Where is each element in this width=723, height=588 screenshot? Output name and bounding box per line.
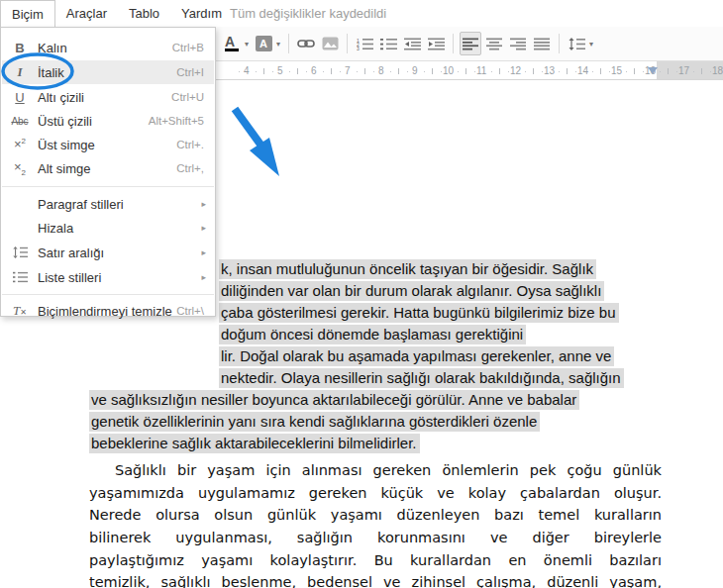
ruler-tick [668, 68, 669, 74]
ruler-tick [289, 71, 290, 72]
doc-line: bilinerek uygulanması, sağlığın korunmas… [89, 528, 662, 547]
ruler-tick [424, 71, 425, 72]
menu-item-italic[interactable]: I İtalik Ctrl+I [2, 60, 214, 84]
menu-item-subscript[interactable]: ×2 Alt simge Ctrl+, [2, 156, 214, 180]
svg-text:3: 3 [357, 46, 360, 50]
strikethrough-icon: Abc [2, 116, 38, 127]
menu-item-superscript[interactable]: ×2 Üst simge Ctrl+. [2, 133, 214, 156]
menubar: Biçim Araçlar Tablo Yardım Tüm değişikli… [0, 0, 723, 27]
ruler-tick [323, 71, 324, 72]
menu-tablo[interactable]: Tablo [118, 0, 170, 27]
ruler-tick [340, 71, 341, 72]
numbered-list-button[interactable]: 1 2 3 [354, 32, 375, 55]
text-color-dropdown-icon[interactable]: ▾ [245, 40, 249, 49]
bold-icon: B [2, 41, 38, 55]
ruler-tick [499, 68, 500, 74]
menu-item-underline[interactable]: U Altı çizili Ctrl+U [2, 85, 214, 109]
list-icon [2, 271, 38, 283]
highlight-color-dropdown-icon[interactable]: ▾ [276, 40, 280, 49]
ruler-tick [693, 71, 694, 72]
align-justify-button[interactable] [531, 32, 553, 55]
align-right-button[interactable] [507, 32, 529, 55]
menu-item-align[interactable]: Hizala ▸ [2, 216, 214, 240]
ruler-tick [508, 71, 509, 72]
menu-item-list-styles[interactable]: Liste stilleri ▸ [2, 265, 214, 289]
ruler-number: 10 [443, 65, 454, 76]
ruler-tick [390, 71, 391, 72]
menu-yardim[interactable]: Yardım [170, 0, 233, 27]
doc-line: lir. Doğal olarak bu aşamada yapılması g… [219, 346, 614, 366]
ruler-tick [567, 68, 568, 74]
highlight-color-button[interactable]: A [253, 32, 274, 55]
ruler-tick [272, 71, 273, 72]
image-icon [322, 37, 339, 50]
doc-line: bebeklerine sağlık aktarabileceklerini b… [89, 434, 420, 453]
ruler-number: 13 [544, 65, 555, 76]
menu-item-bold[interactable]: B Kalın Ctrl+B [2, 36, 214, 59]
ruler-number: 5 [277, 65, 283, 76]
ruler-tick [357, 71, 358, 72]
doc-line: temizlik, sağlıklı beslenme, bedensel ve… [89, 572, 662, 588]
ruler-tick [239, 71, 240, 72]
submenu-arrow-icon: ▸ [201, 199, 214, 209]
increase-indent-button[interactable] [425, 32, 447, 55]
insert-image-button[interactable] [319, 32, 341, 55]
ruler-number: 9 [412, 65, 418, 76]
ruler-tick [407, 71, 408, 72]
text-color-button[interactable]: A [221, 32, 243, 55]
ruler-tick [263, 68, 264, 74]
menu-bicim[interactable]: Biçim [0, 0, 55, 28]
subscript-icon: ×2 [2, 159, 38, 177]
ruler-tick [364, 68, 365, 74]
ruler-margin-marker[interactable] [648, 67, 658, 74]
ruler-tick [559, 71, 560, 72]
menu-item-strikethrough[interactable]: Abc Üstü çizili Alt+Shift+5 [2, 109, 214, 133]
save-status: Tüm değişiklikler kaydedildi [230, 0, 386, 27]
menu-item-clear-formatting[interactable]: T✕ Biçimlendirmeyi temizle Ctrl+\ [2, 299, 214, 323]
ruler-tick [600, 68, 601, 74]
align-justify-icon [534, 38, 550, 50]
ruler-tick [441, 71, 442, 72]
insert-link-button[interactable] [295, 32, 317, 55]
decrease-indent-button[interactable] [401, 32, 423, 55]
line-spacing-icon [2, 246, 38, 258]
ruler-tick [626, 71, 627, 72]
ruler-tick [660, 71, 661, 72]
align-center-button[interactable] [483, 32, 505, 55]
ruler-number: 8 [378, 65, 384, 76]
ruler-tick [575, 71, 576, 72]
bulleted-list-button[interactable] [377, 32, 399, 55]
link-icon [297, 39, 315, 49]
ruler-number: 11 [476, 65, 486, 76]
doc-line: çaba gösterilmesi gerekir. Hatta bugünkü… [219, 303, 619, 323]
ruler-number: 12 [510, 65, 521, 76]
ruler-tick [525, 71, 526, 72]
underline-icon: U [2, 90, 38, 105]
align-left-button[interactable] [460, 32, 481, 55]
menu-araclar[interactable]: Araçlar [55, 0, 118, 27]
ruler-number: 6 [311, 65, 317, 76]
doc-line: paylaştığımız yaşamı kolaylaştırır. Bu k… [89, 550, 662, 570]
doc-line: k, insan mutluluğunun öncelik taşıyan bi… [219, 259, 596, 279]
doc-line: nektedir. Olaya nesillerin sağlığı olara… [219, 368, 624, 388]
align-center-icon [486, 38, 502, 50]
ruler-tick [609, 71, 610, 72]
ruler-tick [542, 71, 543, 72]
menu-item-line-spacing[interactable]: Satır aralığı ▸ [2, 241, 214, 264]
superscript-icon: ×2 [2, 137, 38, 151]
menu-item-paragraph-styles[interactable]: Paragraf stilleri ▸ [2, 192, 214, 216]
clear-formatting-icon: T✕ [2, 303, 38, 319]
ruler-tick [297, 68, 298, 74]
submenu-arrow-icon: ▸ [201, 247, 214, 257]
submenu-arrow-icon: ▸ [201, 223, 214, 233]
doc-line: Nerede olursa olsun günlük yaşamı düzenl… [89, 505, 662, 525]
ruler-number: 14 [577, 65, 588, 76]
line-spacing-dropdown-icon[interactable]: ▾ [589, 40, 593, 49]
ruler-tick [643, 71, 644, 72]
align-right-icon [510, 38, 526, 50]
ruler-tick [306, 71, 307, 72]
increase-indent-icon [428, 38, 445, 50]
ruler-number: 15 [611, 65, 622, 76]
line-spacing-button[interactable] [566, 32, 587, 55]
ruler-number: 18 [712, 65, 723, 76]
